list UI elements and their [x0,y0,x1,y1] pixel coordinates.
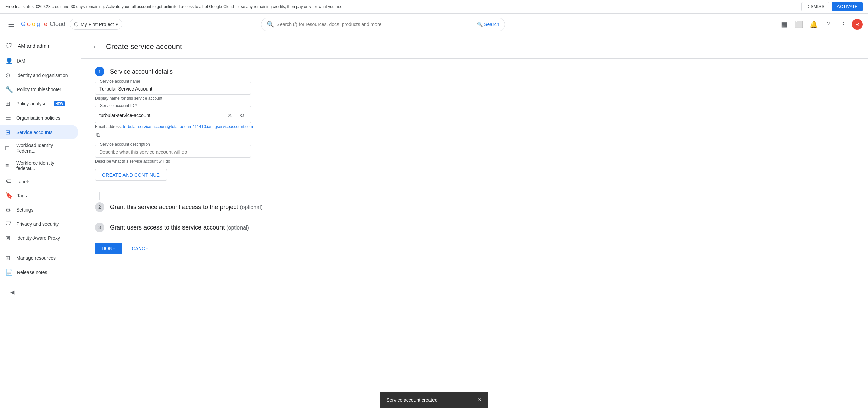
avatar[interactable]: R [852,19,863,30]
trial-banner: Free trial status: €269.28 credit and 30… [0,0,868,14]
back-icon: ← [92,43,99,51]
collapse-sidebar-button[interactable]: ◀ [5,285,19,299]
back-button[interactable]: ← [90,41,102,53]
sidebar-item-workload-identity[interactable]: □ Workload Identity Federat... [0,139,78,157]
refresh-id-button[interactable]: ↻ [237,111,247,120]
identity-icon: ⊙ [5,72,12,79]
logo-cloud: Cloud [50,21,65,28]
labels-icon: 🏷 [5,178,12,185]
help-icon[interactable]: ? [822,18,835,31]
search-btn-icon: 🔍 [477,22,483,27]
cancel-button[interactable]: CANCEL [125,243,158,254]
sidebar-item-org-policies[interactable]: ☰ Organisation policies [0,111,78,125]
main-content: ← Create service account 1 Service accou… [81,35,868,419]
logo-g2: g [37,21,40,28]
email-link[interactable]: turbular-service-account@total-ocean-411… [123,124,253,129]
sidebar-item-label: Service accounts [16,129,53,135]
sidebar-item-service-accounts[interactable]: ⊟ Service accounts [0,125,78,139]
sidebar-item-tags[interactable]: 🔖 Tags [0,188,78,203]
sidebar-item-label: Workload Identity Federat... [16,143,73,154]
sidebar-item-label: IAM [17,58,25,64]
sidebar-item-manage-resources[interactable]: ⊞ Manage resources [0,251,78,265]
sidebar-item-label: Policy troubleshooter [17,87,61,92]
project-name: My First Project [81,22,114,27]
name-field-label: Service account name [99,79,142,84]
sidebar-item-label: Manage resources [16,255,56,261]
step-1-number: 1 [95,67,104,76]
search-icon: 🔍 [267,21,274,28]
dismiss-button[interactable]: DISMISS [801,2,829,11]
sidebar-item-workforce-identity[interactable]: ≡ Workforce identity federat... [0,157,78,175]
service-account-name-input[interactable] [99,86,247,92]
sidebar-item-release-notes[interactable]: 📄 Release notes [0,265,78,279]
step-1-header: 1 Service account details [95,67,339,76]
service-account-id-input[interactable] [99,113,222,118]
banner-text: Free trial status: €269.28 credit and 30… [5,4,344,9]
sidebar-item-label: Release notes [17,270,47,275]
topnav-right: ▦ ⬜ 🔔 ? ⋮ R [777,18,863,31]
copy-email-button[interactable]: ⧉ [95,131,101,139]
service-accounts-icon: ⊟ [5,128,12,136]
sidebar-item-settings[interactable]: ⚙ Settings [0,203,78,217]
logo-o1: o [27,21,31,28]
search-input[interactable] [277,22,475,27]
sidebar-item-troubleshooter[interactable]: 🔧 Policy troubleshooter [0,82,78,97]
more-options-icon[interactable]: ⋮ [837,18,850,31]
activate-button[interactable]: ACTIVATE [832,2,863,11]
sidebar-item-analyser[interactable]: ⊞ Policy analyser NEW [0,97,78,111]
release-notes-icon: 📄 [5,268,13,276]
notifications-icon[interactable]: 🔔 [807,18,821,31]
sidebar-item-label: Workforce identity federat... [16,160,73,171]
step-1-title: Service account details [110,68,173,75]
banner-actions: DISMISS ACTIVATE [801,2,863,11]
topnav-left: ☰ Google Cloud ⬡ My First Project ▾ [5,18,122,31]
manage-resources-icon: ⊞ [5,254,12,262]
sidebar-item-identity[interactable]: ⊙ Identity and organisation [0,68,78,82]
collapse-icon: ◀ [10,289,14,295]
logo-e: e [44,21,47,28]
clear-id-button[interactable]: ✕ [225,111,234,120]
step-2-number: 2 [95,202,104,212]
sidebar-item-iam[interactable]: 👤 IAM [0,54,78,68]
step-3-title: Grant users access to this service accou… [110,224,249,231]
sidebar-title: IAM and admin [16,43,51,49]
menu-icon[interactable]: ☰ [5,18,17,31]
email-address: Email address: turbular-service-account@… [95,124,339,129]
sidebar-item-label: Identity and organisation [16,73,68,78]
sidebar-item-privacy[interactable]: 🛡 Privacy and security [0,217,78,231]
page-title: Create service account [106,42,182,51]
step-1: 1 Service account details Service accoun… [95,67,339,181]
support-icon[interactable]: ▦ [777,18,791,31]
done-button[interactable]: DONE [95,243,122,254]
sidebar-divider-2 [5,282,76,282]
new-badge: NEW [54,101,65,106]
terminal-icon[interactable]: ⬜ [792,18,806,31]
grid-icon: ⊞ [5,100,12,107]
step-3: 3 Grant users access to this service acc… [95,223,339,232]
search-button[interactable]: 🔍 Search [477,22,499,27]
settings-icon: ⚙ [5,206,12,214]
snackbar-close-button[interactable]: × [478,396,482,403]
create-and-continue-button[interactable]: CREATE AND CONTINUE [95,169,167,181]
privacy-icon: 🛡 [5,220,12,227]
service-account-desc-input[interactable] [99,149,247,155]
org-policies-icon: ☰ [5,114,12,122]
sidebar-header: 🛡 IAM and admin [0,38,81,54]
iap-icon: ⊠ [5,234,12,242]
sidebar-divider [5,248,76,248]
sidebar-item-iap[interactable]: ⊠ Identity-Aware Proxy [0,231,78,245]
step-2-header: 2 Grant this service account access to t… [95,202,339,212]
wrench-icon: 🔧 [5,86,13,93]
step-2-title: Grant this service account access to the… [110,204,263,211]
sidebar-item-labels[interactable]: 🏷 Labels [0,175,78,188]
desc-field-label: Service account description [99,142,151,147]
project-selector[interactable]: ⬡ My First Project ▾ [70,19,122,30]
tags-icon: 🔖 [5,192,13,199]
sidebar-item-label: Identity-Aware Proxy [16,235,60,241]
id-field-row: ✕ ↻ [99,111,247,120]
sidebar-item-label: Policy analyser [16,101,48,106]
id-field-container: Service account ID * ✕ ↻ [95,106,251,123]
search-bar: 🔍 🔍 Search [261,18,505,31]
google-logo: Google Cloud [21,21,65,28]
name-field-container: Service account name [95,82,251,95]
